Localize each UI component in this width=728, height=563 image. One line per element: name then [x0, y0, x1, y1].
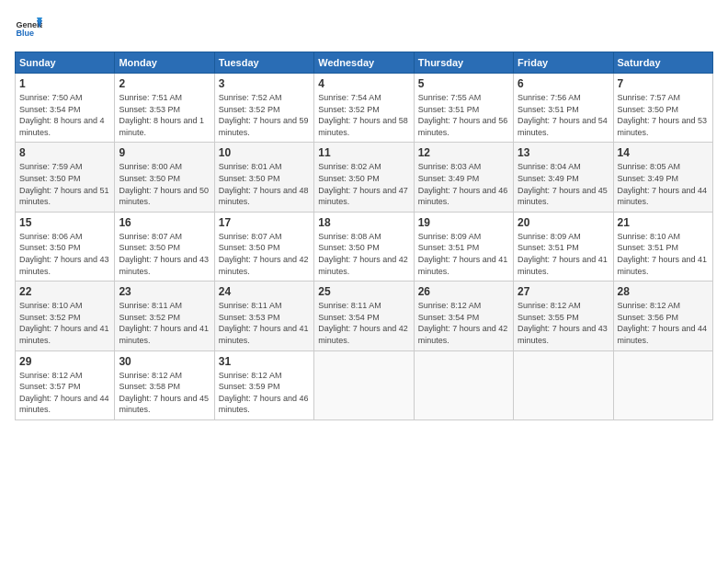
day-number: 6: [518, 77, 609, 90]
day-info: Sunrise: 7:54 AM Sunset: 3:52 PM Dayligh…: [318, 92, 409, 138]
day-cell: 30 Sunrise: 8:12 AM Sunset: 3:58 PM Dayl…: [115, 350, 214, 419]
day-cell: 23 Sunrise: 8:11 AM Sunset: 3:52 PM Dayl…: [115, 282, 214, 350]
day-info: Sunrise: 8:09 AM Sunset: 3:51 PM Dayligh…: [418, 231, 509, 277]
day-number: 3: [219, 77, 310, 90]
column-header-wednesday: Wednesday: [314, 52, 414, 74]
day-cell: 17 Sunrise: 8:07 AM Sunset: 3:50 PM Dayl…: [214, 212, 313, 281]
day-cell: 15 Sunrise: 8:06 AM Sunset: 3:50 PM Dayl…: [16, 212, 115, 281]
column-header-thursday: Thursday: [414, 52, 513, 74]
day-cell: 6 Sunrise: 7:56 AM Sunset: 3:51 PM Dayli…: [514, 74, 613, 143]
day-cell: 28 Sunrise: 8:12 AM Sunset: 3:56 PM Dayl…: [613, 282, 712, 350]
day-number: 2: [119, 77, 210, 90]
day-cell: 1 Sunrise: 7:50 AM Sunset: 3:54 PM Dayli…: [16, 74, 115, 143]
day-info: Sunrise: 8:02 AM Sunset: 3:50 PM Dayligh…: [318, 161, 409, 207]
week-row-4: 22 Sunrise: 8:10 AM Sunset: 3:52 PM Dayl…: [16, 282, 713, 350]
day-number: 28: [618, 285, 709, 298]
day-number: 18: [318, 216, 409, 229]
day-info: Sunrise: 7:59 AM Sunset: 3:50 PM Dayligh…: [19, 161, 110, 207]
column-header-monday: Monday: [115, 52, 214, 74]
day-info: Sunrise: 8:12 AM Sunset: 3:58 PM Dayligh…: [119, 370, 210, 416]
calendar-body: 1 Sunrise: 7:50 AM Sunset: 3:54 PM Dayli…: [16, 74, 713, 420]
day-number: 13: [518, 146, 609, 159]
day-info: Sunrise: 7:51 AM Sunset: 3:53 PM Dayligh…: [119, 92, 210, 138]
day-number: 25: [318, 285, 409, 298]
calendar-table: SundayMondayTuesdayWednesdayThursdayFrid…: [15, 52, 713, 420]
day-info: Sunrise: 7:56 AM Sunset: 3:51 PM Dayligh…: [518, 92, 609, 138]
day-cell: 11 Sunrise: 8:02 AM Sunset: 3:50 PM Dayl…: [314, 143, 414, 212]
day-number: 22: [19, 285, 110, 298]
day-cell: 20 Sunrise: 8:09 AM Sunset: 3:51 PM Dayl…: [514, 212, 613, 281]
day-info: Sunrise: 7:52 AM Sunset: 3:52 PM Dayligh…: [219, 92, 310, 138]
day-info: Sunrise: 8:07 AM Sunset: 3:50 PM Dayligh…: [119, 231, 210, 277]
day-cell: 4 Sunrise: 7:54 AM Sunset: 3:52 PM Dayli…: [314, 74, 414, 143]
logo: General Blue: [15, 15, 42, 42]
svg-text:Blue: Blue: [17, 29, 35, 38]
week-row-2: 8 Sunrise: 7:59 AM Sunset: 3:50 PM Dayli…: [16, 143, 713, 212]
day-info: Sunrise: 8:01 AM Sunset: 3:50 PM Dayligh…: [219, 161, 310, 207]
day-info: Sunrise: 8:11 AM Sunset: 3:53 PM Dayligh…: [219, 300, 310, 346]
day-cell: 5 Sunrise: 7:55 AM Sunset: 3:51 PM Dayli…: [414, 74, 513, 143]
day-info: Sunrise: 8:11 AM Sunset: 3:52 PM Dayligh…: [119, 300, 210, 346]
day-info: Sunrise: 8:10 AM Sunset: 3:51 PM Dayligh…: [618, 231, 709, 277]
day-cell: 18 Sunrise: 8:08 AM Sunset: 3:50 PM Dayl…: [314, 212, 414, 281]
logo-icon: General Blue: [15, 15, 42, 42]
day-info: Sunrise: 8:11 AM Sunset: 3:54 PM Dayligh…: [318, 300, 409, 346]
day-number: 4: [318, 77, 409, 90]
day-info: Sunrise: 8:07 AM Sunset: 3:50 PM Dayligh…: [219, 231, 310, 277]
day-cell: [613, 350, 712, 419]
day-number: 30: [119, 355, 210, 368]
day-cell: 9 Sunrise: 8:00 AM Sunset: 3:50 PM Dayli…: [115, 143, 214, 212]
day-cell: 8 Sunrise: 7:59 AM Sunset: 3:50 PM Dayli…: [16, 143, 115, 212]
day-number: 19: [418, 216, 509, 229]
day-number: 26: [418, 285, 509, 298]
day-cell: 27 Sunrise: 8:12 AM Sunset: 3:55 PM Dayl…: [514, 282, 613, 350]
day-cell: 12 Sunrise: 8:03 AM Sunset: 3:49 PM Dayl…: [414, 143, 513, 212]
calendar-header: SundayMondayTuesdayWednesdayThursdayFrid…: [16, 52, 713, 74]
day-info: Sunrise: 8:12 AM Sunset: 3:55 PM Dayligh…: [518, 300, 609, 346]
day-info: Sunrise: 7:55 AM Sunset: 3:51 PM Dayligh…: [418, 92, 509, 138]
day-number: 11: [318, 146, 409, 159]
day-cell: [414, 350, 513, 419]
day-cell: 16 Sunrise: 8:07 AM Sunset: 3:50 PM Dayl…: [115, 212, 214, 281]
week-row-3: 15 Sunrise: 8:06 AM Sunset: 3:50 PM Dayl…: [16, 212, 713, 281]
day-info: Sunrise: 8:05 AM Sunset: 3:49 PM Dayligh…: [618, 161, 709, 207]
week-row-1: 1 Sunrise: 7:50 AM Sunset: 3:54 PM Dayli…: [16, 74, 713, 143]
column-header-tuesday: Tuesday: [214, 52, 313, 74]
day-info: Sunrise: 8:03 AM Sunset: 3:49 PM Dayligh…: [418, 161, 509, 207]
day-number: 17: [219, 216, 310, 229]
day-number: 21: [618, 216, 709, 229]
day-info: Sunrise: 8:10 AM Sunset: 3:52 PM Dayligh…: [19, 300, 110, 346]
day-info: Sunrise: 7:50 AM Sunset: 3:54 PM Dayligh…: [19, 92, 110, 138]
day-number: 12: [418, 146, 509, 159]
day-number: 5: [418, 77, 509, 90]
day-cell: [314, 350, 414, 419]
day-cell: 22 Sunrise: 8:10 AM Sunset: 3:52 PM Dayl…: [16, 282, 115, 350]
day-cell: 2 Sunrise: 7:51 AM Sunset: 3:53 PM Dayli…: [115, 74, 214, 143]
day-info: Sunrise: 8:12 AM Sunset: 3:57 PM Dayligh…: [19, 370, 110, 416]
day-info: Sunrise: 8:00 AM Sunset: 3:50 PM Dayligh…: [119, 161, 210, 207]
day-cell: 13 Sunrise: 8:04 AM Sunset: 3:49 PM Dayl…: [514, 143, 613, 212]
day-cell: 29 Sunrise: 8:12 AM Sunset: 3:57 PM Dayl…: [16, 350, 115, 419]
column-header-friday: Friday: [514, 52, 613, 74]
day-info: Sunrise: 8:09 AM Sunset: 3:51 PM Dayligh…: [518, 231, 609, 277]
day-number: 10: [219, 146, 310, 159]
day-info: Sunrise: 8:12 AM Sunset: 3:59 PM Dayligh…: [219, 370, 310, 416]
day-number: 15: [19, 216, 110, 229]
day-number: 9: [119, 146, 210, 159]
day-info: Sunrise: 7:57 AM Sunset: 3:50 PM Dayligh…: [618, 92, 709, 138]
day-number: 24: [219, 285, 310, 298]
day-cell: 10 Sunrise: 8:01 AM Sunset: 3:50 PM Dayl…: [214, 143, 313, 212]
week-row-5: 29 Sunrise: 8:12 AM Sunset: 3:57 PM Dayl…: [16, 350, 713, 419]
day-cell: 25 Sunrise: 8:11 AM Sunset: 3:54 PM Dayl…: [314, 282, 414, 350]
day-number: 31: [219, 355, 310, 368]
day-number: 16: [119, 216, 210, 229]
day-number: 20: [518, 216, 609, 229]
page-header: General Blue: [15, 15, 713, 42]
day-info: Sunrise: 8:12 AM Sunset: 3:54 PM Dayligh…: [418, 300, 509, 346]
day-number: 23: [119, 285, 210, 298]
day-cell: [514, 350, 613, 419]
day-cell: 7 Sunrise: 7:57 AM Sunset: 3:50 PM Dayli…: [613, 74, 712, 143]
column-header-saturday: Saturday: [613, 52, 712, 74]
day-number: 29: [19, 355, 110, 368]
day-number: 8: [19, 146, 110, 159]
